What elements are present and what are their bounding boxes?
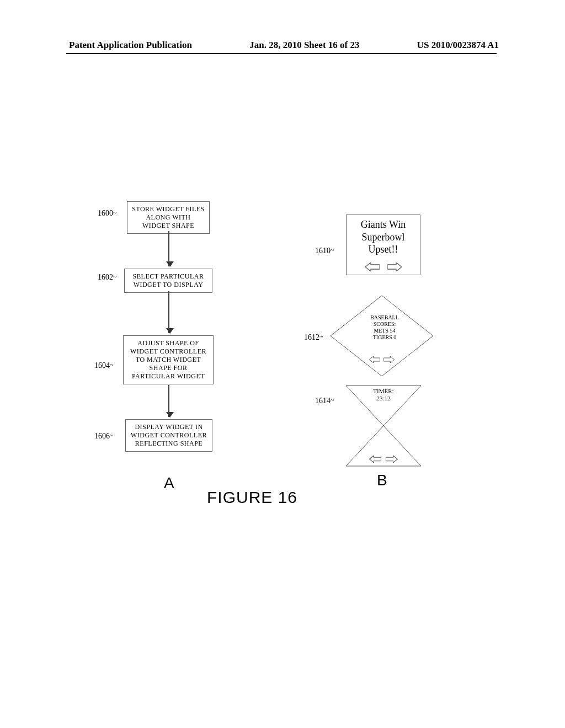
svg-marker-7: [369, 456, 381, 463]
page-header: Patent Application Publication Jan. 28, …: [0, 40, 565, 51]
ref-1606: 1606~: [94, 432, 114, 441]
column-a-label: A: [164, 474, 174, 492]
column-b-label: B: [377, 472, 387, 489]
widget-1610-line2: Superbowl: [347, 231, 420, 244]
figure-label: FIGURE 16: [207, 488, 297, 507]
arrow-left-icon: [365, 263, 380, 271]
arrow-right-icon: [387, 263, 402, 271]
widget-rectangle-1610: Giants Win Superbowl Upset!!: [346, 215, 420, 275]
header-right: US 2010/0023874 A1: [417, 40, 499, 51]
widget-1612-line1: BASEBALL: [358, 314, 411, 321]
widget-1612-content: BASEBALL SCORES: METS 54 TIGERS 0: [358, 314, 411, 341]
ref-1610: 1610~: [315, 247, 334, 255]
header-rule: [66, 53, 497, 54]
svg-marker-3: [369, 356, 380, 363]
widget-1612-line2: SCORES:: [358, 321, 411, 328]
flowchart-box-1602: SELECT PARTICULAR WIDGET TO DISPLAY: [124, 269, 212, 293]
ref-1600: 1600~: [98, 209, 117, 218]
widget-1614-nav: [345, 456, 422, 463]
header-center: Jan. 28, 2010 Sheet 16 of 23: [249, 40, 359, 51]
widget-1612-nav: [329, 356, 434, 363]
flowchart-box-1606: DISPLAY WIDGET IN WIDGET CONTROLLER REFL…: [125, 419, 212, 452]
widget-1610-line3: Upset!!: [347, 243, 420, 256]
ref-1612: 1612~: [304, 333, 323, 342]
svg-marker-0: [365, 263, 380, 271]
widget-1614-line2: 23:12: [345, 395, 422, 402]
header-left: Patent Application Publication: [69, 40, 192, 51]
ref-1614: 1614~: [315, 397, 334, 405]
widget-1612-line4: TIGERS 0: [358, 334, 411, 341]
widget-1614-line1: TIMER:: [345, 388, 422, 395]
flowchart-arrow-3: [168, 385, 169, 417]
widget-1614-content: TIMER: 23:12: [345, 388, 422, 402]
flowchart-box-1600: STORE WIDGET FILES ALONG WITH WIDGET SHA…: [127, 201, 210, 234]
svg-marker-1: [387, 263, 402, 271]
arrow-left-icon: [369, 456, 381, 463]
svg-marker-4: [383, 356, 395, 363]
widget-hourglass-1614: TIMER: 23:12: [345, 384, 422, 467]
arrow-right-icon: [386, 456, 398, 463]
widget-diamond-1612: BASEBALL SCORES: METS 54 TIGERS 0: [329, 295, 434, 377]
flowchart-arrow-2: [168, 291, 169, 333]
arrow-right-icon: [383, 356, 395, 363]
widget-1610-nav: [347, 263, 420, 271]
flowchart-arrow-1: [168, 231, 169, 266]
ref-1602: 1602~: [98, 273, 117, 282]
ref-1604: 1604~: [94, 361, 114, 370]
arrow-left-icon: [369, 356, 380, 363]
flowchart-box-1604: ADJUST SHAPE OF WIDGET CONTROLLER TO MAT…: [123, 335, 214, 384]
svg-marker-8: [386, 456, 397, 463]
widget-1612-line3: METS 54: [358, 328, 411, 334]
figure-16: 1600~ STORE WIDGET FILES ALONG WITH WIDG…: [97, 201, 461, 571]
widget-1610-line1: Giants Win: [347, 218, 420, 231]
